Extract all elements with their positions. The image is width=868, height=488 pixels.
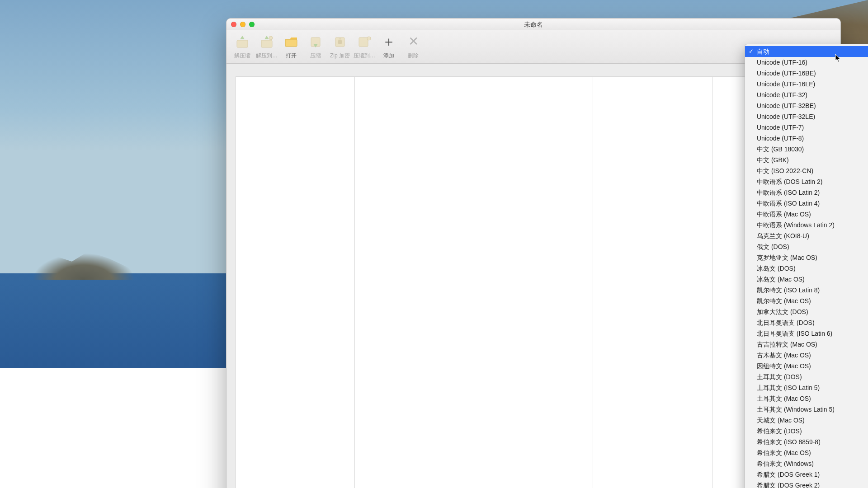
encoding-option[interactable]: 土耳其文 (Mac OS) xyxy=(745,393,868,404)
encoding-option[interactable]: 希伯来文 (ISO 8859-8) xyxy=(745,436,868,447)
minimize-button[interactable] xyxy=(240,22,245,27)
encoding-option[interactable]: 希伯来文 (DOS) xyxy=(745,426,868,436)
svg-rect-7 xyxy=(359,38,368,47)
encoding-option[interactable]: 俄文 (DOS) xyxy=(745,241,868,252)
extract-icon xyxy=(234,33,251,50)
svg-rect-3 xyxy=(285,39,297,47)
toolbar-zip-encrypt[interactable]: Zip 加密 xyxy=(328,32,352,60)
desktop-background: 未命名 解压缩 解压到… 打开 xyxy=(0,0,868,488)
svg-rect-6 xyxy=(338,40,342,44)
encoding-option[interactable]: Unicode (UTF-8) xyxy=(745,133,868,144)
encoding-dropdown[interactable]: 自动Unicode (UTF-16)Unicode (UTF-16BE)Unic… xyxy=(745,44,868,488)
toolbar-open[interactable]: 打开 xyxy=(279,32,303,60)
encoding-option[interactable]: 中欧语系 (ISO Latin 4) xyxy=(745,198,868,209)
encoding-option[interactable]: 北日耳曼语支 (DOS) xyxy=(745,317,868,328)
toolbar-label: 压缩 xyxy=(303,52,328,60)
encoding-option[interactable]: Unicode (UTF-32LE) xyxy=(745,111,868,122)
encoding-option[interactable]: Unicode (UTF-16LE) xyxy=(745,79,868,89)
extract-to-icon xyxy=(258,33,275,50)
encoding-option[interactable]: Unicode (UTF-32) xyxy=(745,89,868,100)
toolbar-label: 解压到… xyxy=(255,52,279,60)
encoding-option[interactable]: 克罗地亚文 (Mac OS) xyxy=(745,252,868,263)
toolbar-label: 删除 xyxy=(401,52,425,60)
toolbar-label: Zip 加密 xyxy=(328,52,352,60)
toolbar-label: 打开 xyxy=(279,52,303,60)
encoding-option[interactable]: 古吉拉特文 (Mac OS) xyxy=(745,339,868,350)
encoding-option[interactable]: Unicode (UTF-16) xyxy=(745,57,868,68)
toolbar-extract[interactable]: 解压缩 xyxy=(230,32,255,60)
window-title: 未命名 xyxy=(524,21,543,28)
svg-point-8 xyxy=(367,37,371,40)
toolbar-label: 压缩到… xyxy=(352,52,377,60)
toolbar-label: 解压缩 xyxy=(230,52,255,60)
encoding-option[interactable]: 凯尔特文 (ISO Latin 8) xyxy=(745,285,868,296)
svg-rect-0 xyxy=(237,40,248,47)
open-icon xyxy=(283,33,300,50)
encoding-option[interactable]: 北日耳曼语支 (ISO Latin 6) xyxy=(745,328,868,339)
plus-icon: ＋ xyxy=(380,33,397,50)
browser-column[interactable] xyxy=(474,76,593,488)
encoding-option[interactable]: 因纽特文 (Mac OS) xyxy=(745,361,868,371)
toolbar-label: 添加 xyxy=(377,52,401,60)
encoding-option[interactable]: 冰岛文 (Mac OS) xyxy=(745,274,868,285)
traffic-lights xyxy=(231,22,255,27)
browser-column[interactable] xyxy=(236,76,355,488)
encoding-option[interactable]: 中欧语系 (ISO Latin 2) xyxy=(745,187,868,198)
encoding-option[interactable]: 自动 xyxy=(745,46,868,57)
encoding-option[interactable]: 中文 (GB 18030) xyxy=(745,144,868,155)
encoding-option[interactable]: 中文 (GBK) xyxy=(745,155,868,165)
compress-icon xyxy=(307,33,324,50)
column-browser[interactable] xyxy=(236,76,831,488)
encoding-option[interactable]: 古木基文 (Mac OS) xyxy=(745,350,868,361)
zip-encrypt-icon xyxy=(331,33,349,50)
close-button[interactable] xyxy=(231,22,236,27)
toolbar-compress[interactable]: 压缩 xyxy=(303,32,328,60)
encoding-option[interactable]: 希腊文 (DOS Greek 1) xyxy=(745,469,868,480)
encoding-option[interactable]: 天城文 (Mac OS) xyxy=(745,415,868,426)
x-icon: ✕ xyxy=(405,33,422,50)
encoding-option[interactable]: 中欧语系 (DOS Latin 2) xyxy=(745,176,868,187)
encoding-option[interactable]: 中欧语系 (Windows Latin 2) xyxy=(745,220,868,230)
compress-to-icon xyxy=(356,33,373,50)
toolbar-extract-to[interactable]: 解压到… xyxy=(255,32,279,60)
encoding-option[interactable]: Unicode (UTF-32BE) xyxy=(745,100,868,111)
encoding-option[interactable]: 中文 (ISO 2022-CN) xyxy=(745,165,868,176)
encoding-option[interactable]: Unicode (UTF-16BE) xyxy=(745,68,868,79)
encoding-option[interactable]: 土耳其文 (DOS) xyxy=(745,371,868,382)
encoding-option[interactable]: 乌克兰文 (KOI8-U) xyxy=(745,230,868,241)
toolbar-add[interactable]: ＋ 添加 xyxy=(377,32,401,60)
zoom-button[interactable] xyxy=(249,22,255,27)
browser-column[interactable] xyxy=(355,76,474,488)
encoding-option[interactable]: 冰岛文 (DOS) xyxy=(745,263,868,274)
encoding-option[interactable]: 土耳其文 (Windows Latin 5) xyxy=(745,404,868,415)
encoding-option[interactable]: 土耳其文 (ISO Latin 5) xyxy=(745,382,868,393)
svg-rect-1 xyxy=(261,40,272,47)
browser-column[interactable] xyxy=(593,76,712,488)
encoding-option[interactable]: 希伯来文 (Mac OS) xyxy=(745,447,868,458)
toolbar-compress-to[interactable]: 压缩到… xyxy=(352,32,377,60)
svg-point-2 xyxy=(269,36,273,40)
encoding-option[interactable]: Unicode (UTF-7) xyxy=(745,122,868,133)
window-titlebar[interactable]: 未命名 xyxy=(226,19,840,30)
encoding-option[interactable]: 中欧语系 (Mac OS) xyxy=(745,209,868,220)
encoding-option[interactable]: 希伯来文 (Windows) xyxy=(745,458,868,469)
encoding-option[interactable]: 加拿大法文 (DOS) xyxy=(745,306,868,317)
toolbar-delete[interactable]: ✕ 删除 xyxy=(401,32,425,60)
encoding-option[interactable]: 希腊文 (DOS Greek 2) xyxy=(745,480,868,488)
background-island xyxy=(25,239,142,280)
encoding-option[interactable]: 凯尔特文 (Mac OS) xyxy=(745,296,868,306)
